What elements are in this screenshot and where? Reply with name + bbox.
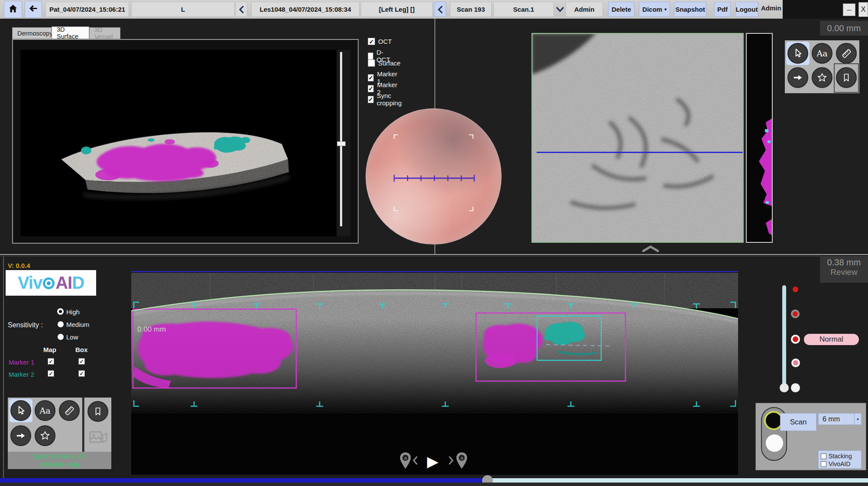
- arrow-icon: [792, 72, 803, 83]
- scan-name-field[interactable]: Scan.1: [493, 2, 554, 17]
- text-tool-icon: Aa: [816, 49, 827, 58]
- render-3d-image[interactable]: [20, 50, 337, 236]
- enface-image[interactable]: [531, 33, 744, 243]
- marker1-checkbox[interactable]: ✓: [368, 74, 374, 82]
- scan-button[interactable]: Scan: [780, 413, 816, 431]
- map-photo-icon: [87, 428, 108, 447]
- home-button[interactable]: [4, 1, 22, 18]
- marker1-map-checkbox[interactable]: ✓: [48, 358, 54, 365]
- next-marker-button[interactable]: a: [456, 452, 468, 472]
- sensitivity-high-label: High: [66, 308, 80, 316]
- surface-checkbox[interactable]: [368, 59, 375, 67]
- bscan-image[interactable]: 0.00 mm: [131, 271, 738, 475]
- bookmark-tool-button[interactable]: [87, 401, 108, 422]
- review-label: Review: [820, 267, 868, 277]
- render-3d-slider-handle[interactable]: [337, 141, 346, 146]
- star-tool-button[interactable]: [812, 67, 832, 88]
- marker-dot-2[interactable]: [791, 310, 800, 318]
- frame-scrubber-fill: [0, 478, 487, 483]
- arrow-tool-button[interactable]: [787, 67, 808, 88]
- vivoaid-version: V: 0.0.4: [8, 262, 30, 269]
- sensitivity-low-radio[interactable]: [58, 334, 64, 340]
- text-tool-button[interactable]: Aa: [35, 400, 55, 421]
- marker2-box-checkbox[interactable]: ✓: [78, 370, 85, 377]
- marker-dot-1[interactable]: [793, 287, 798, 292]
- home-icon: [8, 3, 18, 16]
- bookmark-tool-button[interactable]: [836, 67, 857, 88]
- surface-label: Surface: [378, 59, 401, 67]
- depth-slider-track[interactable]: [782, 285, 786, 389]
- ruler-tool-button[interactable]: [836, 43, 857, 64]
- text-tool-button[interactable]: Aa: [812, 43, 832, 64]
- marker2-map-checkbox[interactable]: ✓: [48, 370, 54, 377]
- sync-cropping-checkbox[interactable]: ✓: [368, 96, 374, 103]
- scan-prev-button[interactable]: [434, 2, 446, 17]
- normal-classification-button[interactable]: Normal: [804, 334, 859, 345]
- logo-d: D: [72, 273, 84, 292]
- chevron-left-icon: [412, 456, 418, 465]
- sensitivity-high-radio[interactable]: [57, 308, 64, 315]
- user-field[interactable]: Admin: [566, 2, 603, 17]
- scan-size-value: 6 mm: [819, 415, 854, 423]
- review-depth-label: 0.38 mm: [820, 258, 868, 267]
- sensitivity-medium-radio[interactable]: [58, 321, 64, 327]
- tab-dermoscopy[interactable]: Dermoscopy: [12, 27, 52, 39]
- enface-depth-label: 0.00 mm: [827, 23, 861, 33]
- star-tool-button[interactable]: [35, 425, 55, 446]
- lesion-field[interactable]: Les1048_04/07/2024_15:08:34: [251, 2, 360, 17]
- dermoscopy-image[interactable]: [366, 108, 502, 245]
- logout-button[interactable]: Logout: [735, 2, 758, 17]
- delete-button[interactable]: Delete: [608, 2, 635, 17]
- cursor-tool-button[interactable]: [787, 43, 808, 64]
- star-icon: [39, 430, 51, 441]
- ruler-icon: [64, 405, 75, 417]
- scan-dropdown-button[interactable]: [555, 5, 565, 14]
- dicom-button[interactable]: Dicom ▾: [639, 2, 670, 17]
- location-pin-icon: a: [456, 452, 468, 470]
- tab-3d-vessel[interactable]: 3D Vessel: [89, 27, 120, 39]
- lesion-prev-button[interactable]: [235, 2, 247, 17]
- collapse-panel-button[interactable]: [641, 245, 660, 254]
- dicom-label: Dicom: [642, 6, 662, 13]
- render-3d-slider-track[interactable]: [340, 52, 342, 226]
- d-oct-checkbox[interactable]: [368, 52, 373, 60]
- depth-slider-handle[interactable]: [780, 383, 789, 392]
- tab-3d-surface[interactable]: 3D Surface: [52, 26, 89, 39]
- ruler-icon: [841, 48, 852, 59]
- laterality-field[interactable]: L: [131, 2, 235, 17]
- scan-number-field[interactable]: Scan 193: [450, 2, 492, 17]
- chevron-left-icon: [239, 6, 244, 13]
- site-field[interactable]: [Left Leg] []: [361, 2, 433, 17]
- marker-dot-5[interactable]: [791, 383, 800, 392]
- ruler-tool-button[interactable]: [59, 400, 80, 421]
- window-left-border: [3, 257, 4, 479]
- probe-idle-indicator[interactable]: [766, 434, 783, 452]
- pdf-button[interactable]: Pdf: [714, 2, 731, 17]
- sensitivity-medium-label: Medium: [66, 321, 89, 328]
- vivoaid-checkbox[interactable]: [821, 461, 826, 467]
- stacking-checkbox[interactable]: [821, 453, 826, 459]
- back-button[interactable]: [25, 1, 42, 18]
- marker2-checkbox[interactable]: ✓: [368, 85, 374, 92]
- cursor-icon: [15, 405, 26, 416]
- map-snapshot-tool-disabled: [87, 428, 108, 447]
- location-pin-icon: a: [399, 452, 411, 470]
- step-back-button[interactable]: [412, 456, 418, 466]
- play-button[interactable]: ▶: [427, 452, 438, 471]
- svg-text:a: a: [404, 455, 407, 461]
- arrow-tool-button[interactable]: [10, 425, 31, 446]
- marker-dot-3[interactable]: [791, 335, 800, 344]
- marker-dot-4[interactable]: [791, 359, 800, 367]
- cursor-tool-button[interactable]: [10, 400, 31, 421]
- marker-depth-strip: [746, 33, 773, 243]
- minimize-button[interactable]: ─: [843, 3, 855, 16]
- oct-checkbox[interactable]: ✓: [368, 38, 375, 45]
- close-button[interactable]: X: [858, 2, 868, 17]
- step-forward-button[interactable]: [449, 456, 454, 466]
- snapshot-button[interactable]: Snapshot: [674, 2, 706, 17]
- patient-field[interactable]: Pat_04/07/2024_15:06:21: [45, 2, 129, 17]
- toolbar-bottom-left-subpanel: [84, 398, 111, 452]
- prev-marker-button[interactable]: a: [399, 452, 411, 472]
- marker1-box-checkbox[interactable]: ✓: [78, 358, 85, 365]
- scan-size-dropdown[interactable]: 6 mm ▾: [818, 413, 862, 425]
